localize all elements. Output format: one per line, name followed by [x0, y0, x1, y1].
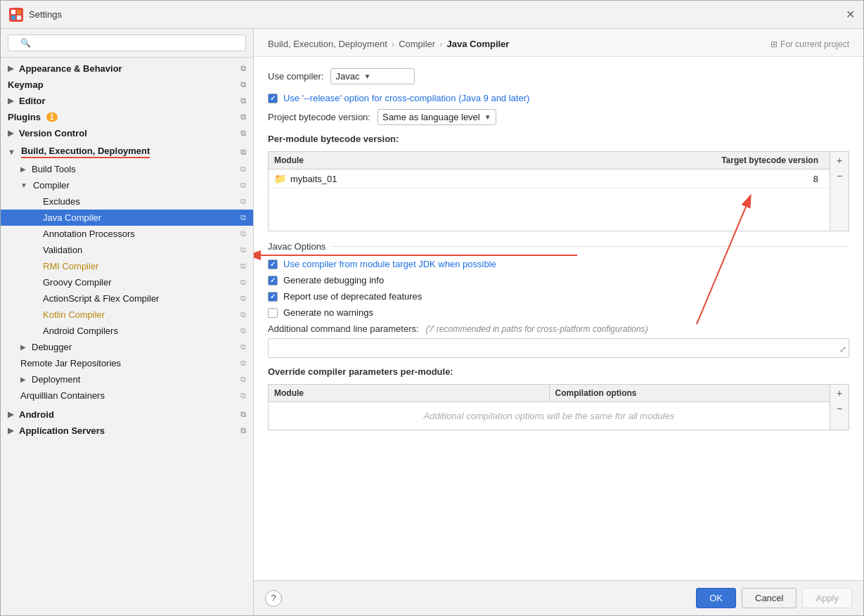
- sidebar-item-build-execution[interactable]: ▼ Build, Execution, Deployment ⧉: [1, 143, 253, 161]
- main-wrapper: Build, Execution, Deployment › Compiler …: [254, 29, 863, 615]
- col-version-header: Target bytecode version: [697, 155, 824, 165]
- table-add-btn[interactable]: +: [832, 153, 846, 167]
- sidebar-item-deployment[interactable]: ▶ Deployment ⧉: [1, 371, 253, 387]
- close-button[interactable]: ✕: [846, 8, 855, 21]
- javac-opt2-label: Generate debugging info: [283, 275, 384, 285]
- sidebar-item-excludes[interactable]: Excludes ⧉: [1, 193, 253, 210]
- sidebar-item-remote-jar[interactable]: Remote Jar Repositories ⧉: [1, 355, 253, 371]
- copy-icon: ⧉: [240, 410, 246, 419]
- svg-rect-3: [17, 10, 21, 14]
- sidebar-item-android[interactable]: ▶ Android ⧉: [1, 406, 253, 423]
- sidebar-item-appearance[interactable]: ▶ Appearance & Behavior ⧉: [1, 60, 253, 77]
- expand-arrow-build-tools: ▶: [20, 165, 26, 173]
- javac-opt2-checkbox[interactable]: ✓: [268, 276, 278, 285]
- sidebar-item-annotation-processors[interactable]: Annotation Processors ⧉: [1, 226, 253, 242]
- javac-opt3-checkbox[interactable]: ✓: [268, 292, 278, 302]
- expand-arrow-deployment: ▶: [20, 376, 26, 383]
- javac-opt4-checkbox[interactable]: [268, 308, 278, 318]
- release-checkbox[interactable]: ✓: [268, 94, 278, 103]
- javac-opt1-checkbox[interactable]: ✓: [268, 259, 278, 269]
- cmd-input-wrapper: ⤢: [268, 338, 849, 358]
- sidebar-item-label: Deployment: [32, 374, 80, 385]
- sidebar-item-debugger[interactable]: ▶ Debugger ⧉: [1, 339, 253, 355]
- cmd-input[interactable]: [268, 338, 849, 358]
- expand-arrow-compiler: ▼: [20, 181, 27, 189]
- col-module-header: Module: [274, 155, 697, 165]
- copy-icon: ⧉: [240, 129, 246, 138]
- compiler-select-value: Javac: [335, 71, 359, 82]
- sidebar-item-build-tools[interactable]: ▶ Build Tools ⧉: [1, 161, 253, 177]
- javac-options-section: Javac Options ✓ Use compiler from module…: [268, 241, 849, 430]
- sidebar-item-label: Debugger: [32, 342, 72, 352]
- ok-button[interactable]: OK: [696, 588, 736, 608]
- override-col-compile: Compilation options: [549, 385, 830, 402]
- compiler-select[interactable]: Javac ▼: [330, 68, 415, 84]
- sidebar-item-label: Arquillian Containers: [20, 390, 105, 401]
- sidebar-item-arquillian[interactable]: Arquillian Containers ⧉: [1, 387, 253, 404]
- release-checkbox-label: Use '--release' option for cross-compila…: [283, 93, 529, 103]
- svg-rect-1: [11, 10, 15, 14]
- breadcrumb-sep1: ›: [392, 39, 394, 49]
- override-table-wrapper: Module Compilation options Additional co…: [269, 385, 849, 430]
- sidebar-item-java-compiler[interactable]: Java Compiler ⧉: [1, 210, 253, 226]
- module-name: mybaits_01: [290, 174, 337, 184]
- sidebar-item-label: Groovy Compiler: [43, 277, 112, 288]
- sidebar-item-editor[interactable]: ▶ Editor ⧉: [1, 93, 253, 109]
- sidebar-item-label: Android: [19, 409, 54, 420]
- sidebar-item-android-compilers[interactable]: Android Compilers ⧉: [1, 323, 253, 339]
- per-module-title: Per-module bytecode version:: [268, 134, 849, 144]
- override-add-btn[interactable]: +: [832, 386, 846, 400]
- apply-button[interactable]: Apply: [802, 588, 852, 608]
- sidebar-item-app-servers[interactable]: ▶ Application Servers ⧉: [1, 423, 253, 439]
- main-panel: Build, Execution, Deployment › Compiler …: [254, 29, 863, 615]
- override-title: Override compiler parameters per-module:: [268, 366, 849, 377]
- copy-icon: ⧉: [240, 148, 246, 157]
- table-remove-btn[interactable]: −: [832, 169, 846, 183]
- sidebar-item-version-control[interactable]: ▶ Version Control ⧉: [1, 125, 253, 141]
- copy-icon: ⧉: [240, 342, 246, 352]
- sidebar-item-keymap[interactable]: Keymap ⧉: [1, 77, 253, 93]
- sidebar-item-validation[interactable]: Validation ⧉: [1, 242, 253, 258]
- search-box: 🔍: [1, 29, 253, 58]
- sidebar-item-label: Excludes: [43, 196, 80, 207]
- override-remove-btn[interactable]: −: [832, 402, 846, 416]
- bytecode-version-arrow: ▼: [484, 113, 491, 121]
- override-col-module: Module: [269, 385, 549, 402]
- copy-icon: ⧉: [240, 278, 246, 287]
- sidebar-item-label: Build, Execution, Deployment: [21, 146, 150, 158]
- sidebar-item-rmi-compiler[interactable]: RMI Compiler ⧉: [1, 258, 253, 274]
- settings-window: Settings ✕ 🔍 ▶ Appearance & Behavior ⧉: [0, 0, 864, 616]
- sidebar-item-plugins[interactable]: Plugins 1 ⧉: [1, 109, 253, 125]
- sidebar-item-actionscript-compiler[interactable]: ActionScript & Flex Compiler ⧉: [1, 290, 253, 307]
- copy-icon: ⧉: [240, 64, 246, 73]
- override-table-header: Module Compilation options: [269, 385, 830, 402]
- main-content: 🔍 ▶ Appearance & Behavior ⧉ Keymap ⧉: [1, 29, 863, 615]
- expand-arrow-vcs: ▶: [8, 129, 13, 138]
- sidebar-item-kotlin-compiler[interactable]: Kotlin Compiler ⧉: [1, 307, 253, 323]
- table-row: 📁 mybaits_01 8: [269, 169, 830, 188]
- expand-icon[interactable]: ⤢: [839, 345, 846, 352]
- additional-cmd-note: ('/' recommended in paths for cross-plat…: [426, 324, 648, 334]
- panel-content: Use compiler: Javac ▼ ✓ Use '--release' …: [254, 57, 863, 580]
- sidebar-item-groovy-compiler[interactable]: Groovy Compiler ⧉: [1, 274, 253, 290]
- copy-icon: ⧉: [240, 181, 246, 190]
- search-input[interactable]: [8, 34, 246, 51]
- cancel-button[interactable]: Cancel: [742, 588, 797, 608]
- sidebar-item-label: Compiler: [33, 180, 70, 191]
- window-title: Settings: [29, 9, 846, 20]
- help-button[interactable]: ?: [265, 590, 282, 607]
- copy-icon: ⧉: [240, 310, 246, 319]
- javac-opt1-row: ✓ Use compiler from module target JDK wh…: [268, 259, 849, 269]
- sidebar-item-label: Annotation Processors: [43, 229, 135, 239]
- sidebar-item-label: Android Compilers: [43, 326, 118, 336]
- bytecode-version-row: Project bytecode version: Same as langua…: [268, 109, 849, 125]
- sidebar-item-label: Build Tools: [32, 164, 76, 174]
- checkmark-icon: ✓: [270, 293, 276, 300]
- search-icon: 🔍: [20, 38, 31, 48]
- bytecode-version-select[interactable]: Same as language level ▼: [378, 109, 496, 125]
- action-buttons: OK Cancel Apply: [696, 588, 852, 608]
- copy-icon: ⧉: [240, 229, 246, 238]
- sidebar-item-compiler[interactable]: ▼ Compiler ⧉: [1, 177, 253, 193]
- checkmark-icon: ✓: [270, 260, 276, 268]
- override-table: Module Compilation options Additional co…: [268, 384, 849, 430]
